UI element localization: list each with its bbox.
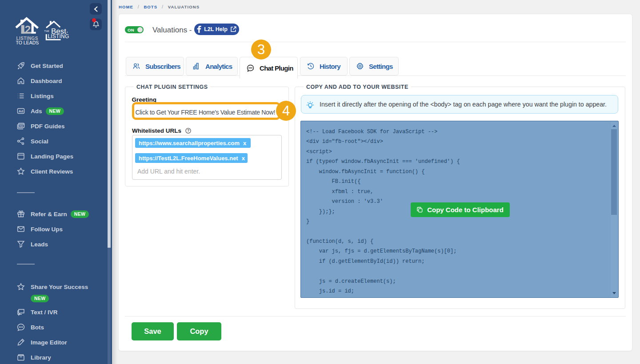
svg-text:2: 2 — [25, 24, 31, 36]
svg-text:THE: THE — [44, 30, 50, 32]
svg-text:PDF: PDF — [20, 125, 24, 127]
svg-text:LISTING: LISTING — [48, 33, 69, 40]
svg-text:?: ? — [187, 128, 189, 133]
svg-text:Ad: Ad — [19, 109, 24, 113]
svg-text:TO LEADS: TO LEADS — [16, 40, 39, 45]
